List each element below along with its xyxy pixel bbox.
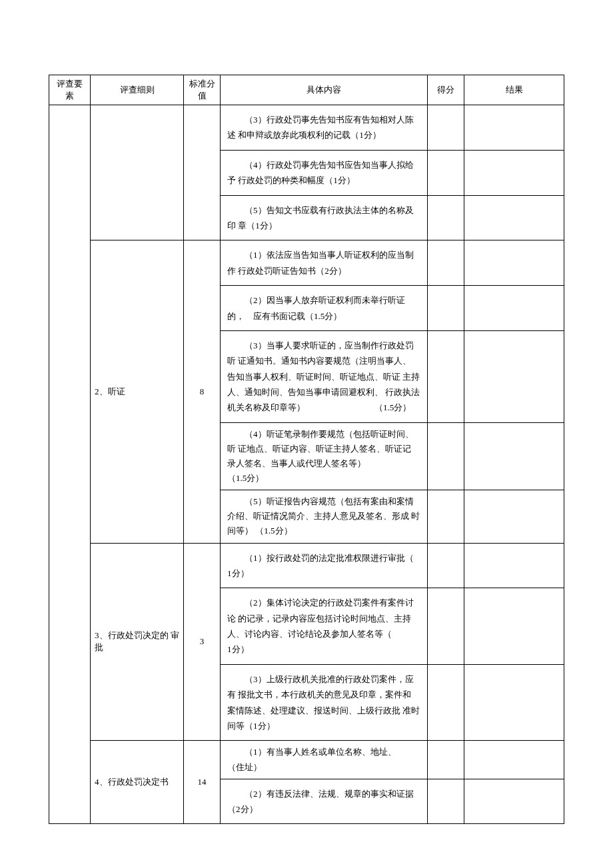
points-cell xyxy=(428,150,464,195)
points-cell xyxy=(428,330,464,422)
evaluation-table: 评查要素 评查细则 标准分值 具体内容 得分 结果 （3）行政处罚事先告知书应有… xyxy=(49,75,564,824)
content-cell: （3）当事人要求听证的，应当制作行政处罚听 证通知书。通知书内容要规范（注明当事… xyxy=(221,330,428,422)
rule-cell: 4、行政处罚决定书 xyxy=(91,741,184,824)
points-cell xyxy=(428,422,464,490)
rule-cell xyxy=(91,105,184,240)
table-row: 2、听证 8 （1）依法应当告知当事人听证权利的应当制作 行政处罚听证告知书（2… xyxy=(49,240,564,286)
result-cell xyxy=(464,105,564,151)
score-cell xyxy=(184,105,221,240)
content-cell: （2）因当事人放弃听证权利而未举行听证的， 应有书面记载（1.5分） xyxy=(221,286,428,331)
content-cell: （4）行政处罚事先告知书应告知当事人拟给予 行政处罚的种类和幅度（1分） xyxy=(221,150,428,195)
score-cell: 3 xyxy=(184,543,221,741)
result-cell xyxy=(464,240,564,286)
result-cell xyxy=(464,588,564,665)
points-cell xyxy=(428,490,464,543)
header-content: 具体内容 xyxy=(221,75,428,105)
result-cell xyxy=(464,664,564,741)
header-std-score: 标准分值 xyxy=(184,75,221,105)
result-cell xyxy=(464,779,564,824)
content-cell: （3）行政处罚事先告知书应有告知相对人陈述 和申辩或放弃此项权利的记载（1分） xyxy=(221,105,428,151)
header-rule: 评查细则 xyxy=(91,75,184,105)
content-cell: （2）集体讨论决定的行政处罚案件有案件讨论 的记录，记录内容应包括讨论时间地点、… xyxy=(221,588,428,665)
points-cell xyxy=(428,286,464,331)
table-header-row: 评查要素 评查细则 标准分值 具体内容 得分 结果 xyxy=(49,75,564,105)
content-cell: （1）有当事人姓名或单位名称、地址、 （住址） xyxy=(221,741,428,779)
rule-cell: 2、听证 xyxy=(91,240,184,543)
content-cell: （3）上级行政机关批准的行政处罚案件，应有 报批文书，本行政机关的意见及印章，案… xyxy=(221,664,428,741)
content-cell: （5）告知文书应载有行政执法主体的名称及印 章（1分） xyxy=(221,195,428,240)
header-points: 得分 xyxy=(428,75,464,105)
points-cell xyxy=(428,543,464,588)
points-cell xyxy=(428,741,464,779)
content-cell: （1）依法应当告知当事人听证权利的应当制作 行政处罚听证告知书（2分） xyxy=(221,240,428,286)
result-cell xyxy=(464,741,564,779)
result-cell xyxy=(464,422,564,490)
result-cell xyxy=(464,490,564,543)
table-row: 4、行政处罚决定书 14 （1）有当事人姓名或单位名称、地址、 （住址） xyxy=(49,741,564,779)
content-cell: （4）听证笔录制作要规范（包括听证时间、听 证地点、听证内容、听证主持人签名、听… xyxy=(221,422,428,490)
points-cell xyxy=(428,664,464,741)
score-cell: 14 xyxy=(184,741,221,824)
result-cell xyxy=(464,150,564,195)
points-cell xyxy=(428,588,464,665)
result-cell xyxy=(464,286,564,331)
points-cell xyxy=(428,195,464,240)
result-cell xyxy=(464,543,564,588)
header-result: 结果 xyxy=(464,75,564,105)
content-cell: （1）按行政处罚的法定批准权限进行审批（ 1分） xyxy=(221,543,428,588)
content-cell: （2）有违反法律、法规、规章的事实和证据（2分） xyxy=(221,779,428,824)
result-cell xyxy=(464,330,564,422)
factor-cell xyxy=(49,105,91,824)
points-cell xyxy=(428,240,464,286)
table-row: （3）行政处罚事先告知书应有告知相对人陈述 和申辩或放弃此项权利的记载（1分） xyxy=(49,105,564,151)
header-factor: 评查要素 xyxy=(49,75,91,105)
table-row: 3、行政处罚决定的 审批 3 （1）按行政处罚的法定批准权限进行审批（ 1分） xyxy=(49,543,564,588)
score-cell: 8 xyxy=(184,240,221,543)
result-cell xyxy=(464,195,564,240)
rule-cell: 3、行政处罚决定的 审批 xyxy=(91,543,184,741)
points-cell xyxy=(428,779,464,824)
content-cell: （5）听证报告内容规范（包括有案由和案情介绍、听证情况简介、主持人意见及签名、形… xyxy=(221,490,428,543)
points-cell xyxy=(428,105,464,151)
